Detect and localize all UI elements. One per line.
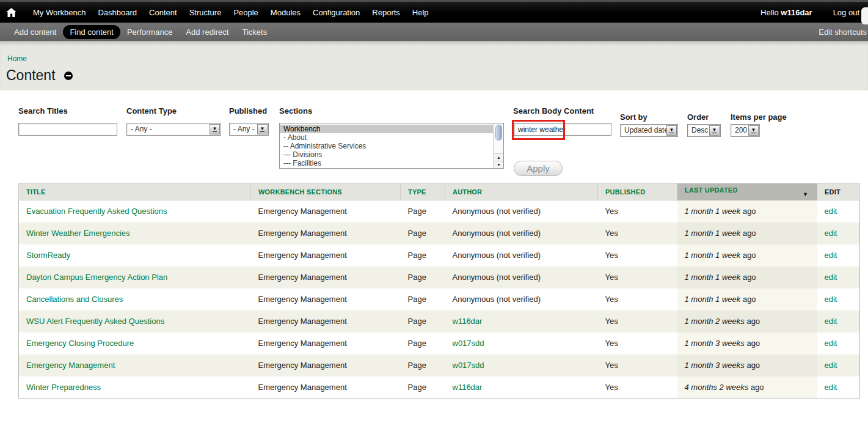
edit-link[interactable]: edit [825, 251, 837, 260]
workbench-section: Emergency Management [258, 251, 347, 260]
last-updated-suffix: ago [746, 361, 760, 370]
greeting-text: Hello w116dar [760, 8, 812, 17]
table-row: WSU Alert Frequently Asked Questions Eme… [19, 310, 860, 332]
edit-link[interactable]: edit [825, 295, 837, 304]
last-updated-suffix: ago [743, 207, 756, 216]
last-updated: 1 month 1 week [685, 295, 741, 304]
workbench-section: Emergency Management [258, 207, 347, 216]
content-title-link[interactable]: StormReady [26, 251, 70, 260]
username: w116dar [781, 8, 812, 17]
workbench-section: Emergency Management [258, 295, 347, 304]
sections-option[interactable]: -- Administrative Services [280, 142, 493, 150]
logout-link[interactable]: Log out [833, 8, 859, 17]
shortcut-tickets[interactable]: Tickets [235, 25, 274, 39]
sections-option[interactable]: Workbench [280, 125, 493, 133]
table-row: StormReady Emergency Management Page Ano… [19, 244, 860, 266]
items-per-page-select[interactable]: 200 ▼ [731, 124, 760, 137]
sort-header-type[interactable]: TYPE [408, 188, 426, 196]
dropdown-arrow-icon: ▼ [709, 125, 720, 136]
content-title-link[interactable]: WSU Alert Frequently Asked Questions [26, 317, 164, 326]
sort-by-select[interactable]: Updated date ▼ [620, 124, 678, 137]
edit-link[interactable]: edit [825, 361, 837, 370]
table-header-row: TITLE WORKBENCH SECTIONS TYPE AUTHOR PUB… [19, 184, 860, 200]
sections-label: Sections [279, 106, 312, 116]
edit-link[interactable]: edit [825, 339, 837, 348]
edit-link[interactable]: edit [825, 317, 837, 326]
table-row: Cancellations and Closures Emergency Man… [19, 288, 860, 310]
sort-header-published[interactable]: PUBLISHED [605, 188, 645, 196]
last-updated: 1 month 1 week [685, 207, 741, 216]
content-title-link[interactable]: Dayton Campus Emergency Action Plan [26, 273, 167, 282]
table-row: Evacuation Frequently Asked Questions Em… [19, 200, 860, 222]
admin-item-my-workbench[interactable]: My Workbench [27, 8, 92, 17]
browser-scrollbar-thumb[interactable] [861, 7, 868, 24]
edit-link[interactable]: edit [825, 229, 837, 238]
published-status: Yes [605, 383, 618, 392]
scroll-down-icon[interactable]: ▼ [494, 161, 503, 168]
content-title-link[interactable]: Cancellations and Closures [26, 295, 123, 304]
table-row: Dayton Campus Emergency Action Plan Emer… [19, 266, 860, 288]
edit-link[interactable]: edit [825, 383, 837, 392]
search-titles-label: Search Titles [18, 106, 68, 116]
published-label: Published [229, 106, 267, 116]
shortcut-add-content[interactable]: Add content [7, 25, 63, 39]
edit-link[interactable]: edit [825, 207, 837, 216]
content-title-link[interactable]: Winter Preparedness [26, 383, 101, 392]
scroll-up-icon[interactable]: ▲ [494, 153, 503, 161]
last-updated-suffix: ago [743, 251, 756, 260]
sort-header-last-updated[interactable]: LAST UPDATED [685, 186, 738, 194]
minus-icon[interactable] [64, 72, 73, 80]
admin-item-help[interactable]: Help [406, 8, 435, 17]
sections-option[interactable]: - About [280, 133, 493, 142]
admin-item-reports[interactable]: Reports [366, 8, 406, 17]
admin-item-modules[interactable]: Modules [264, 8, 307, 17]
edit-link[interactable]: edit [825, 273, 837, 282]
admin-item-structure[interactable]: Structure [183, 8, 228, 17]
content-table: TITLE WORKBENCH SECTIONS TYPE AUTHOR PUB… [18, 183, 860, 398]
author-link[interactable]: w116dar [453, 383, 483, 392]
home-icon[interactable] [6, 7, 17, 17]
content-title-link[interactable]: Evacuation Frequently Asked Questions [26, 207, 167, 216]
admin-item-dashboard[interactable]: Dashboard [92, 8, 143, 17]
workbench-section: Emergency Management [258, 229, 347, 238]
content-title-link[interactable]: Emergency Closing Procedure [26, 339, 134, 348]
workbench-section: Emergency Management [258, 361, 347, 370]
apply-button[interactable]: Apply [514, 161, 563, 176]
shortcut-find-content[interactable]: Find content [63, 25, 120, 39]
content-title-link[interactable]: Winter Weather Emergencies [26, 229, 130, 238]
last-updated: 1 month 1 week [685, 229, 741, 238]
published-status: Yes [605, 273, 618, 282]
edit-shortcuts-link[interactable]: Edit shortcuts [819, 28, 867, 37]
dropdown-arrow-icon: ▼ [748, 125, 759, 136]
last-updated: 1 month 2 weeks [685, 317, 745, 326]
content-type-select[interactable]: - Any - ▼ [126, 123, 221, 136]
author-link[interactable]: w017sdd [453, 361, 484, 370]
sort-header-title[interactable]: TITLE [26, 188, 46, 196]
sections-option[interactable]: --- Divisions [280, 150, 493, 159]
breadcrumb-home-link[interactable]: Home [7, 54, 27, 63]
admin-item-content[interactable]: Content [143, 8, 183, 17]
sections-option[interactable]: --- Facilities [280, 159, 493, 167]
content-title-link[interactable]: Emergency Management [26, 361, 115, 370]
sort-header-workbench-sections[interactable]: WORKBENCH SECTIONS [258, 188, 342, 196]
sort-header-author[interactable]: AUTHOR [453, 188, 482, 196]
author-link[interactable]: w017sdd [453, 339, 484, 348]
order-select[interactable]: Desc ▼ [687, 124, 721, 137]
workbench-section: Emergency Management [258, 339, 347, 348]
dropdown-arrow-icon: ▼ [666, 125, 677, 136]
last-updated: 1 month 3 weeks [685, 361, 745, 370]
author-link[interactable]: w116dar [453, 317, 483, 326]
sections-multiselect[interactable]: Workbench - About -- Administrative Serv… [279, 123, 504, 169]
shortcut-add-redirect[interactable]: Add redirect [179, 25, 235, 39]
published-select[interactable]: - Any - ▼ [229, 123, 269, 136]
shortcut-bar: Add content Find content Performance Add… [0, 23, 868, 41]
last-updated-suffix: ago [743, 229, 756, 238]
scrollbar-thumb[interactable] [495, 125, 502, 141]
sections-scrollbar[interactable]: ▲ ▼ [494, 123, 503, 168]
published-status: Yes [605, 251, 618, 260]
admin-item-configuration[interactable]: Configuration [307, 8, 366, 17]
search-titles-input[interactable] [18, 123, 117, 136]
published-status: Yes [605, 361, 618, 370]
shortcut-performance[interactable]: Performance [120, 25, 179, 39]
admin-item-people[interactable]: People [227, 8, 264, 17]
